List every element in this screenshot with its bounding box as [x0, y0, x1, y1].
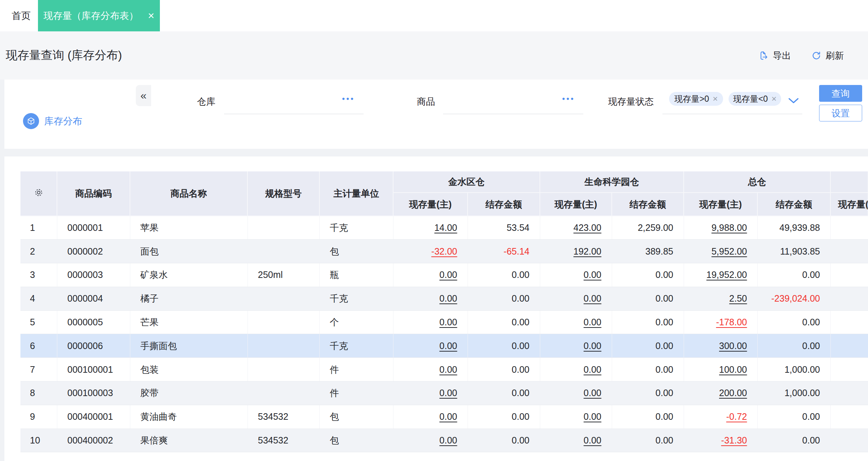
- subheader-amount: 结存金额: [757, 193, 830, 216]
- header-spec-model: 规格型号: [247, 171, 319, 216]
- table-row[interactable]: 9000400001黄油曲奇534532包0.000.000.000.00-0.…: [20, 405, 868, 429]
- qty-drilldown-link[interactable]: 100.00: [719, 364, 747, 375]
- table-row[interactable]: 20000002面包包-32.00-65.14192.00389.855,952…: [20, 240, 868, 263]
- qty-cell: 0.00: [540, 429, 612, 452]
- tab-home[interactable]: 首页: [4, 0, 38, 31]
- amount-cell: 0.00: [468, 405, 540, 429]
- qty-cell: -178.00: [684, 310, 757, 334]
- tab-close-icon[interactable]: ×: [148, 10, 154, 21]
- product-field-label: 商品: [417, 96, 435, 108]
- qty-drilldown-link[interactable]: 0.00: [439, 317, 457, 327]
- tag-remove-icon[interactable]: ×: [713, 94, 718, 104]
- row-index: 1: [20, 216, 57, 240]
- qty-drilldown-link[interactable]: 19,952.00: [706, 270, 747, 280]
- qty-drilldown-link[interactable]: 0.00: [584, 435, 602, 445]
- spec-model-cell: [247, 334, 319, 358]
- tag-remove-icon[interactable]: ×: [772, 94, 777, 104]
- stock-status-input[interactable]: [662, 114, 802, 114]
- product-name-cell: 橘子: [130, 287, 247, 310]
- product-name-cell: 苹果: [130, 216, 247, 240]
- qty-drilldown-link[interactable]: 0.00: [584, 388, 602, 398]
- qty-drilldown-link[interactable]: -32.00: [431, 246, 457, 256]
- tab-bar: 首页 现存量（库存分布表） ×: [0, 0, 868, 31]
- query-button[interactable]: 查询: [819, 85, 862, 102]
- collapse-panel-button[interactable]: «: [136, 85, 151, 106]
- table-row[interactable]: 40000004橘子千克0.000.000.000.002.50-239,024…: [20, 287, 868, 310]
- qty-drilldown-link[interactable]: 0.00: [439, 293, 457, 303]
- qty-cell: 0.00: [540, 381, 612, 405]
- qty-drilldown-link[interactable]: -178.00: [716, 317, 747, 327]
- qty-drilldown-link[interactable]: 0.00: [439, 411, 457, 422]
- qty-drilldown-link[interactable]: 0.00: [439, 364, 457, 375]
- amount-cell: 0.00: [612, 287, 684, 310]
- qty-cell: 2.50: [684, 287, 757, 310]
- qty-drilldown-link[interactable]: 0.00: [439, 270, 457, 280]
- table-row[interactable]: 10000400002果倍爽534532包0.000.000.000.00-31…: [20, 429, 868, 452]
- qty-drilldown-link[interactable]: 300.00: [719, 341, 747, 351]
- column-settings-button[interactable]: [20, 171, 57, 216]
- qty-cell: 0.00: [540, 358, 612, 381]
- product-code-cell: 000400002: [57, 429, 130, 452]
- tab-label: 现存量（库存分布表）: [43, 9, 138, 22]
- group-jinshui-warehouse: 金水区仓: [393, 171, 540, 193]
- qty-drilldown-link[interactable]: 423.00: [573, 222, 601, 233]
- product-picker-icon[interactable]: •••: [562, 94, 575, 104]
- qty-drilldown-link[interactable]: 0.00: [584, 293, 602, 303]
- refresh-button[interactable]: 刷新: [811, 50, 844, 62]
- inventory-table: 商品编码 商品名称 规格型号 主计量单位 金水区仓 生命科学园仓 总仓 现存量(…: [20, 171, 868, 452]
- qty-drilldown-link[interactable]: 14.00: [434, 222, 457, 233]
- qty-drilldown-link[interactable]: 0.00: [584, 411, 602, 422]
- amount-cell: 0.00: [468, 429, 540, 452]
- amount-cell: 0.00: [612, 334, 684, 358]
- qty-drilldown-link[interactable]: 5,952.00: [711, 246, 747, 256]
- stock-status-label: 现存量状态: [608, 96, 654, 108]
- qty-drilldown-link[interactable]: -0.72: [726, 411, 747, 422]
- amount-cell: 0.00: [468, 310, 540, 334]
- unit-cell: 件: [319, 358, 393, 381]
- warehouse-input[interactable]: [224, 114, 364, 114]
- table-row[interactable]: 7000100001包装件0.000.000.000.00100.001,000…: [20, 358, 868, 381]
- qty-drilldown-link[interactable]: 0.00: [584, 364, 602, 375]
- header-product-name: 商品名称: [130, 171, 247, 216]
- qty-drilldown-link[interactable]: 0.00: [439, 341, 457, 351]
- scheme-item-inventory-distribution[interactable]: 库存分布: [23, 113, 82, 129]
- table-row[interactable]: 60000006手撕面包千克0.000.000.000.00300.000.00: [20, 334, 868, 358]
- qty-cell: 5,952.00: [684, 240, 757, 263]
- tab-inventory-distribution[interactable]: 现存量（库存分布表） ×: [38, 0, 160, 31]
- qty-cell: [830, 216, 868, 240]
- qty-drilldown-link[interactable]: 0.00: [439, 435, 457, 445]
- qty-cell: [830, 287, 868, 310]
- spec-model-cell: 534532: [247, 405, 319, 429]
- settings-button[interactable]: 设置: [819, 105, 862, 121]
- export-button[interactable]: 导出: [758, 50, 791, 62]
- warehouse-picker-icon[interactable]: •••: [342, 94, 355, 104]
- table-row[interactable]: 50000005芒果个0.000.000.000.00-178.000.00: [20, 310, 868, 334]
- product-input[interactable]: [443, 114, 583, 114]
- unit-cell: 千克: [319, 334, 393, 358]
- column-gear-icon: [34, 187, 44, 198]
- export-icon: [758, 51, 768, 61]
- refresh-label: 刷新: [826, 50, 844, 62]
- subheader-qty: 现存量(主): [540, 193, 612, 216]
- qty-drilldown-link[interactable]: 0.00: [584, 270, 602, 280]
- table-row[interactable]: 30000003矿泉水250ml瓶0.000.000.000.0019,952.…: [20, 263, 868, 287]
- tag-label: 现存量<0: [733, 93, 768, 105]
- product-code-cell: 0000004: [57, 287, 130, 310]
- qty-drilldown-link[interactable]: 2.50: [729, 293, 747, 303]
- qty-drilldown-link[interactable]: 0.00: [584, 317, 602, 327]
- stock-status-dropdown[interactable]: [788, 97, 799, 106]
- group-clipped-warehouse: [830, 171, 868, 193]
- qty-drilldown-link[interactable]: 192.00: [573, 246, 601, 256]
- tag-label: 现存量>0: [674, 93, 709, 105]
- qty-drilldown-link[interactable]: 200.00: [719, 388, 747, 398]
- table-row[interactable]: 8000100003胶带件0.000.000.000.00200.001,000…: [20, 381, 868, 405]
- qty-cell: 0.00: [393, 358, 468, 381]
- spec-model-cell: [247, 287, 319, 310]
- product-code-cell: 0000005: [57, 310, 130, 334]
- qty-drilldown-link[interactable]: 0.00: [439, 388, 457, 398]
- qty-drilldown-link[interactable]: 0.00: [584, 341, 602, 351]
- qty-drilldown-link[interactable]: 9,988.00: [711, 222, 747, 233]
- qty-drilldown-link[interactable]: -31.30: [721, 435, 747, 445]
- amount-cell: -239,024.00: [757, 287, 830, 310]
- table-row[interactable]: 10000001苹果千克14.0053.54423.002,259.009,98…: [20, 216, 868, 240]
